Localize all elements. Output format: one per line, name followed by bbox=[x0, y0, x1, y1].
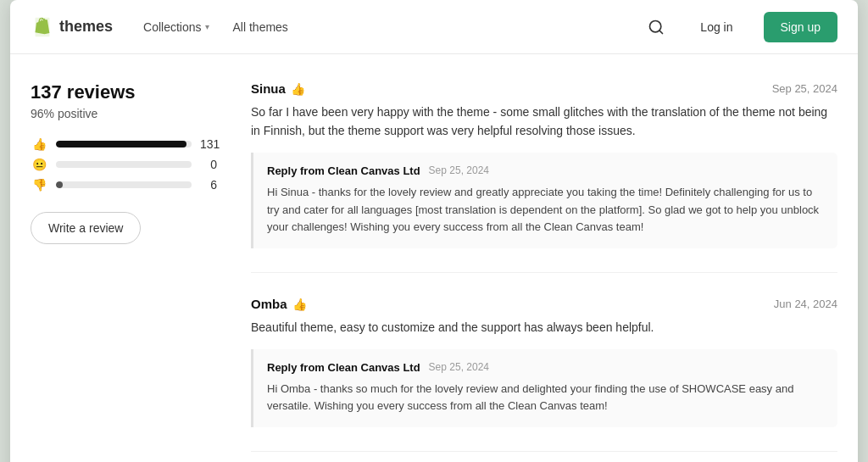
shopify-logo-icon: S bbox=[31, 15, 54, 39]
reply-date: Sep 25, 2024 bbox=[429, 164, 489, 176]
reply-block: Reply from Clean Canvas Ltd Sep 25, 2024… bbox=[251, 153, 837, 248]
nav-all-themes-label: All themes bbox=[233, 20, 288, 34]
reply-header: Reply from Clean Canvas Ltd Sep 25, 2024 bbox=[267, 361, 824, 374]
neutral-count: 0 bbox=[200, 158, 217, 171]
write-review-button[interactable]: Write a review bbox=[31, 212, 141, 244]
nav-all-themes[interactable]: All themes bbox=[223, 14, 298, 41]
search-button[interactable] bbox=[643, 14, 670, 41]
review-text: Beautiful theme, easy to customize and t… bbox=[251, 318, 837, 337]
reviews-sidebar: 137 reviews 96% positive 👍 131 😐 bbox=[31, 81, 217, 462]
thumbs-up-icon: 👍 bbox=[292, 298, 307, 311]
review-text: So far I have been very happy with the t… bbox=[251, 103, 837, 141]
reply-from: Reply from Clean Canvas Ltd bbox=[267, 361, 420, 374]
chevron-down-icon: ▾ bbox=[205, 22, 209, 31]
rating-row-neutral: 😐 0 bbox=[31, 158, 217, 171]
nav-collections-label: Collections bbox=[143, 20, 201, 34]
positive-count: 131 bbox=[200, 137, 217, 151]
rating-row-negative: 👎 6 bbox=[31, 178, 217, 192]
positive-bar-track bbox=[56, 141, 192, 148]
login-button[interactable]: Log in bbox=[690, 14, 743, 41]
reply-text: Hi Sinua - thanks for the lovely review … bbox=[267, 184, 824, 237]
review-item: Sinua 👍 Sep 25, 2024 So far I have been … bbox=[251, 81, 837, 273]
positive-pct: 96% positive bbox=[31, 107, 217, 120]
main-content: 137 reviews 96% positive 👍 131 😐 bbox=[10, 54, 858, 462]
navbar: S themes Collections ▾ All themes Log in… bbox=[10, 0, 858, 54]
search-icon bbox=[648, 19, 665, 36]
reply-header: Reply from Clean Canvas Ltd Sep 25, 2024 bbox=[267, 164, 824, 177]
reviewer-name: Omba 👍 bbox=[251, 297, 307, 311]
review-date: Sep 25, 2024 bbox=[772, 82, 837, 95]
review-item: Omba 👍 Jun 24, 2024 Beautiful theme, eas… bbox=[251, 297, 837, 452]
rating-bars: 👍 131 😐 0 👎 bbox=[31, 137, 217, 192]
logo[interactable]: S themes bbox=[31, 15, 113, 39]
review-header: Omba 👍 Jun 24, 2024 bbox=[251, 297, 837, 311]
reply-text: Hi Omba - thanks so much for the lovely … bbox=[267, 381, 824, 416]
logo-text: themes bbox=[59, 18, 113, 36]
reviews-list: Sinua 👍 Sep 25, 2024 So far I have been … bbox=[251, 81, 837, 462]
rating-row-positive: 👍 131 bbox=[31, 137, 217, 151]
reply-date: Sep 25, 2024 bbox=[429, 361, 489, 373]
reply-block: Reply from Clean Canvas Ltd Sep 25, 2024… bbox=[251, 349, 837, 428]
thumbs-up-icon: 👍 bbox=[291, 82, 305, 96]
negative-bar-track bbox=[56, 181, 192, 188]
nav-links: Collections ▾ All themes bbox=[133, 14, 298, 41]
reviewer-name: Sinua 👍 bbox=[251, 81, 305, 96]
review-count: 137 reviews bbox=[31, 81, 217, 103]
signup-button[interactable]: Sign up bbox=[764, 12, 837, 42]
nav-collections[interactable]: Collections ▾ bbox=[133, 14, 219, 41]
positive-bar-fill bbox=[56, 141, 186, 148]
negative-count: 6 bbox=[200, 178, 217, 192]
thumbs-down-bar-icon: 👎 bbox=[31, 178, 47, 192]
review-header: Sinua 👍 Sep 25, 2024 bbox=[251, 81, 837, 96]
reply-from: Reply from Clean Canvas Ltd bbox=[267, 164, 420, 177]
svg-text:S: S bbox=[38, 20, 46, 33]
svg-line-3 bbox=[659, 30, 663, 33]
negative-bar-fill bbox=[56, 181, 63, 188]
review-date: Jun 24, 2024 bbox=[774, 298, 837, 310]
neutral-bar-track bbox=[56, 161, 192, 168]
app-window: S themes Collections ▾ All themes Log in… bbox=[10, 0, 858, 462]
thumbs-up-bar-icon: 👍 bbox=[31, 137, 47, 151]
neutral-bar-icon: 😐 bbox=[31, 158, 47, 171]
